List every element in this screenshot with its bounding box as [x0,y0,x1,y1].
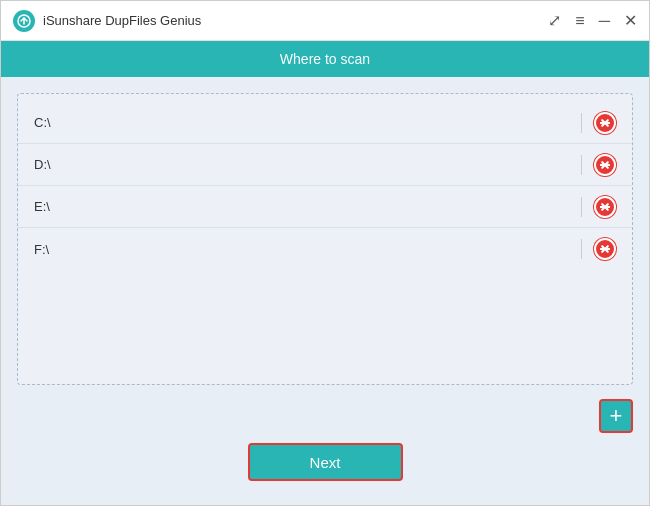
section-header: Where to scan [1,41,649,77]
minimize-icon[interactable]: ─ [599,13,610,29]
app-title: iSunshare DupFiles Genius [43,13,548,28]
remove-x-icon-e [600,202,610,212]
main-window: iSunshare DupFiles Genius ⤢ ≡ ─ ✕ Where … [0,0,650,506]
close-icon[interactable]: ✕ [624,11,637,30]
section-title: Where to scan [280,51,370,67]
scan-item-c: C:\ [18,102,632,144]
next-button[interactable]: Next [248,443,403,481]
divider-d [581,155,582,175]
window-controls: ⤢ ≡ ─ ✕ [548,11,637,30]
remove-button-f[interactable] [594,238,616,260]
main-content: C:\ D:\ E:\ F:\ [1,77,649,505]
scan-path-f: F:\ [34,242,569,257]
remove-button-e[interactable] [594,196,616,218]
scan-path-c: C:\ [34,115,569,130]
divider-f [581,239,582,259]
remove-x-icon-d [600,160,610,170]
scan-path-d: D:\ [34,157,569,172]
scan-path-e: E:\ [34,199,569,214]
scan-list: C:\ D:\ E:\ F:\ [17,93,633,385]
divider-e [581,197,582,217]
scan-item-e: E:\ [18,186,632,228]
share-icon[interactable]: ⤢ [548,13,561,29]
add-button-container: + [17,399,633,433]
bottom-area: Next [17,443,633,489]
titlebar: iSunshare DupFiles Genius ⤢ ≡ ─ ✕ [1,1,649,41]
divider-c [581,113,582,133]
add-folder-button[interactable]: + [599,399,633,433]
remove-x-icon-c [600,118,610,128]
scan-item-d: D:\ [18,144,632,186]
menu-icon[interactable]: ≡ [575,13,584,29]
remove-button-c[interactable] [594,112,616,134]
app-logo [13,10,35,32]
remove-x-icon-f [600,244,610,254]
remove-button-d[interactable] [594,154,616,176]
scan-item-f: F:\ [18,228,632,270]
